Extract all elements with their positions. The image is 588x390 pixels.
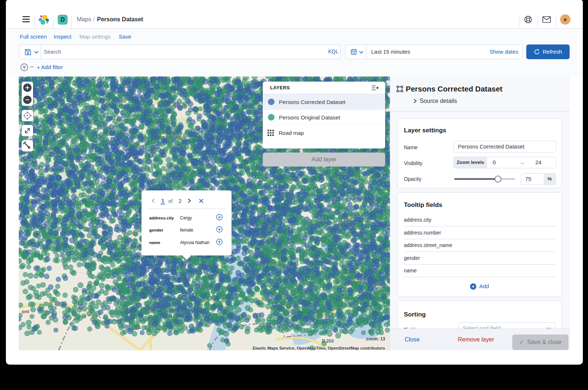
svg-text:D 203: D 203 (322, 339, 334, 344)
svg-text:ont: ont (22, 309, 29, 314)
